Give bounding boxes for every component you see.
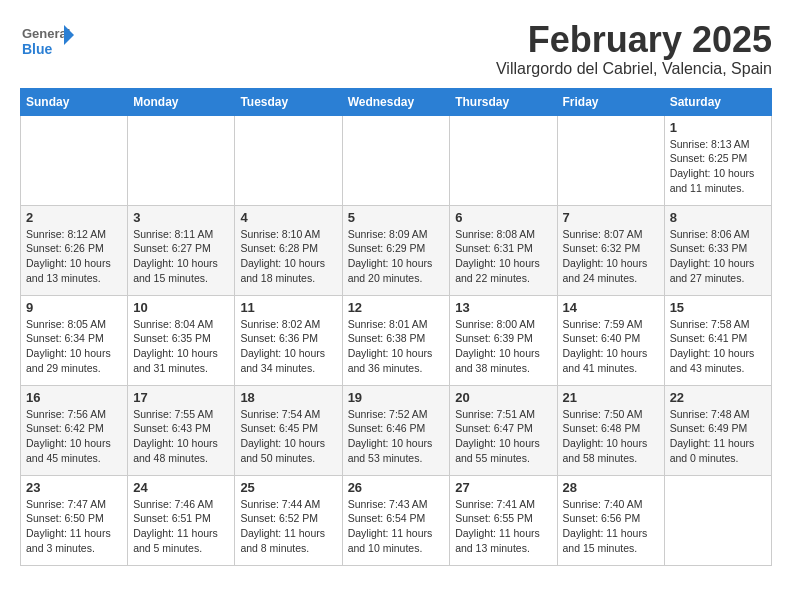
day-number: 9 bbox=[26, 300, 122, 315]
day-info: Sunrise: 8:13 AMSunset: 6:25 PMDaylight:… bbox=[670, 137, 766, 196]
day-number: 2 bbox=[26, 210, 122, 225]
logo-icon: General Blue bbox=[20, 20, 70, 60]
calendar-cell: 15Sunrise: 7:58 AMSunset: 6:41 PMDayligh… bbox=[664, 295, 771, 385]
calendar-cell bbox=[235, 115, 342, 205]
day-number: 20 bbox=[455, 390, 551, 405]
day-info: Sunrise: 7:46 AMSunset: 6:51 PMDaylight:… bbox=[133, 497, 229, 556]
calendar-cell: 13Sunrise: 8:00 AMSunset: 6:39 PMDayligh… bbox=[450, 295, 557, 385]
calendar-cell bbox=[128, 115, 235, 205]
day-number: 27 bbox=[455, 480, 551, 495]
day-number: 21 bbox=[563, 390, 659, 405]
day-info: Sunrise: 8:12 AMSunset: 6:26 PMDaylight:… bbox=[26, 227, 122, 286]
day-number: 16 bbox=[26, 390, 122, 405]
calendar-cell: 10Sunrise: 8:04 AMSunset: 6:35 PMDayligh… bbox=[128, 295, 235, 385]
day-number: 25 bbox=[240, 480, 336, 495]
week-row-1: 1Sunrise: 8:13 AMSunset: 6:25 PMDaylight… bbox=[21, 115, 772, 205]
calendar-cell: 9Sunrise: 8:05 AMSunset: 6:34 PMDaylight… bbox=[21, 295, 128, 385]
day-number: 15 bbox=[670, 300, 766, 315]
day-info: Sunrise: 7:47 AMSunset: 6:50 PMDaylight:… bbox=[26, 497, 122, 556]
day-info: Sunrise: 7:55 AMSunset: 6:43 PMDaylight:… bbox=[133, 407, 229, 466]
calendar-cell: 3Sunrise: 8:11 AMSunset: 6:27 PMDaylight… bbox=[128, 205, 235, 295]
day-number: 8 bbox=[670, 210, 766, 225]
day-info: Sunrise: 7:40 AMSunset: 6:56 PMDaylight:… bbox=[563, 497, 659, 556]
day-info: Sunrise: 8:00 AMSunset: 6:39 PMDaylight:… bbox=[455, 317, 551, 376]
title-area: February 2025 Villargordo del Cabriel, V… bbox=[496, 20, 772, 78]
day-info: Sunrise: 7:48 AMSunset: 6:49 PMDaylight:… bbox=[670, 407, 766, 466]
calendar-cell: 18Sunrise: 7:54 AMSunset: 6:45 PMDayligh… bbox=[235, 385, 342, 475]
calendar-cell: 19Sunrise: 7:52 AMSunset: 6:46 PMDayligh… bbox=[342, 385, 450, 475]
day-number: 26 bbox=[348, 480, 445, 495]
calendar-table: SundayMondayTuesdayWednesdayThursdayFrid… bbox=[20, 88, 772, 566]
calendar-cell: 20Sunrise: 7:51 AMSunset: 6:47 PMDayligh… bbox=[450, 385, 557, 475]
calendar-cell: 17Sunrise: 7:55 AMSunset: 6:43 PMDayligh… bbox=[128, 385, 235, 475]
week-row-4: 16Sunrise: 7:56 AMSunset: 6:42 PMDayligh… bbox=[21, 385, 772, 475]
calendar-cell bbox=[21, 115, 128, 205]
weekday-header-sunday: Sunday bbox=[21, 88, 128, 115]
weekday-header-wednesday: Wednesday bbox=[342, 88, 450, 115]
calendar-cell: 23Sunrise: 7:47 AMSunset: 6:50 PMDayligh… bbox=[21, 475, 128, 565]
day-info: Sunrise: 7:51 AMSunset: 6:47 PMDaylight:… bbox=[455, 407, 551, 466]
calendar-cell: 12Sunrise: 8:01 AMSunset: 6:38 PMDayligh… bbox=[342, 295, 450, 385]
location-title: Villargordo del Cabriel, Valencia, Spain bbox=[496, 60, 772, 78]
calendar-cell: 7Sunrise: 8:07 AMSunset: 6:32 PMDaylight… bbox=[557, 205, 664, 295]
logo: General Blue bbox=[20, 20, 74, 60]
weekday-header-saturday: Saturday bbox=[664, 88, 771, 115]
day-number: 7 bbox=[563, 210, 659, 225]
weekday-header-monday: Monday bbox=[128, 88, 235, 115]
day-info: Sunrise: 7:58 AMSunset: 6:41 PMDaylight:… bbox=[670, 317, 766, 376]
day-number: 4 bbox=[240, 210, 336, 225]
calendar-cell: 8Sunrise: 8:06 AMSunset: 6:33 PMDaylight… bbox=[664, 205, 771, 295]
day-number: 11 bbox=[240, 300, 336, 315]
day-info: Sunrise: 8:10 AMSunset: 6:28 PMDaylight:… bbox=[240, 227, 336, 286]
svg-text:General: General bbox=[22, 26, 70, 41]
svg-text:Blue: Blue bbox=[22, 41, 53, 57]
day-info: Sunrise: 7:56 AMSunset: 6:42 PMDaylight:… bbox=[26, 407, 122, 466]
day-info: Sunrise: 7:59 AMSunset: 6:40 PMDaylight:… bbox=[563, 317, 659, 376]
week-row-2: 2Sunrise: 8:12 AMSunset: 6:26 PMDaylight… bbox=[21, 205, 772, 295]
weekday-header-friday: Friday bbox=[557, 88, 664, 115]
month-title: February 2025 bbox=[496, 20, 772, 60]
day-info: Sunrise: 7:41 AMSunset: 6:55 PMDaylight:… bbox=[455, 497, 551, 556]
calendar-cell bbox=[557, 115, 664, 205]
day-info: Sunrise: 7:50 AMSunset: 6:48 PMDaylight:… bbox=[563, 407, 659, 466]
day-info: Sunrise: 7:54 AMSunset: 6:45 PMDaylight:… bbox=[240, 407, 336, 466]
day-info: Sunrise: 8:06 AMSunset: 6:33 PMDaylight:… bbox=[670, 227, 766, 286]
calendar-cell: 16Sunrise: 7:56 AMSunset: 6:42 PMDayligh… bbox=[21, 385, 128, 475]
day-info: Sunrise: 7:44 AMSunset: 6:52 PMDaylight:… bbox=[240, 497, 336, 556]
calendar-cell: 24Sunrise: 7:46 AMSunset: 6:51 PMDayligh… bbox=[128, 475, 235, 565]
day-number: 5 bbox=[348, 210, 445, 225]
weekday-header-row: SundayMondayTuesdayWednesdayThursdayFrid… bbox=[21, 88, 772, 115]
day-number: 23 bbox=[26, 480, 122, 495]
day-info: Sunrise: 8:09 AMSunset: 6:29 PMDaylight:… bbox=[348, 227, 445, 286]
calendar-cell: 5Sunrise: 8:09 AMSunset: 6:29 PMDaylight… bbox=[342, 205, 450, 295]
calendar-cell bbox=[664, 475, 771, 565]
day-number: 1 bbox=[670, 120, 766, 135]
day-info: Sunrise: 7:52 AMSunset: 6:46 PMDaylight:… bbox=[348, 407, 445, 466]
calendar-cell: 2Sunrise: 8:12 AMSunset: 6:26 PMDaylight… bbox=[21, 205, 128, 295]
day-number: 19 bbox=[348, 390, 445, 405]
day-number: 24 bbox=[133, 480, 229, 495]
day-info: Sunrise: 8:02 AMSunset: 6:36 PMDaylight:… bbox=[240, 317, 336, 376]
calendar-cell: 21Sunrise: 7:50 AMSunset: 6:48 PMDayligh… bbox=[557, 385, 664, 475]
calendar-cell: 11Sunrise: 8:02 AMSunset: 6:36 PMDayligh… bbox=[235, 295, 342, 385]
day-number: 22 bbox=[670, 390, 766, 405]
calendar-cell: 27Sunrise: 7:41 AMSunset: 6:55 PMDayligh… bbox=[450, 475, 557, 565]
day-number: 17 bbox=[133, 390, 229, 405]
day-number: 3 bbox=[133, 210, 229, 225]
calendar-cell: 6Sunrise: 8:08 AMSunset: 6:31 PMDaylight… bbox=[450, 205, 557, 295]
calendar-cell: 14Sunrise: 7:59 AMSunset: 6:40 PMDayligh… bbox=[557, 295, 664, 385]
calendar-cell: 25Sunrise: 7:44 AMSunset: 6:52 PMDayligh… bbox=[235, 475, 342, 565]
calendar-cell bbox=[450, 115, 557, 205]
day-info: Sunrise: 8:01 AMSunset: 6:38 PMDaylight:… bbox=[348, 317, 445, 376]
day-number: 18 bbox=[240, 390, 336, 405]
week-row-3: 9Sunrise: 8:05 AMSunset: 6:34 PMDaylight… bbox=[21, 295, 772, 385]
calendar-cell: 28Sunrise: 7:40 AMSunset: 6:56 PMDayligh… bbox=[557, 475, 664, 565]
calendar-cell: 26Sunrise: 7:43 AMSunset: 6:54 PMDayligh… bbox=[342, 475, 450, 565]
day-number: 14 bbox=[563, 300, 659, 315]
week-row-5: 23Sunrise: 7:47 AMSunset: 6:50 PMDayligh… bbox=[21, 475, 772, 565]
day-info: Sunrise: 8:08 AMSunset: 6:31 PMDaylight:… bbox=[455, 227, 551, 286]
day-number: 10 bbox=[133, 300, 229, 315]
day-number: 13 bbox=[455, 300, 551, 315]
day-info: Sunrise: 8:04 AMSunset: 6:35 PMDaylight:… bbox=[133, 317, 229, 376]
day-info: Sunrise: 7:43 AMSunset: 6:54 PMDaylight:… bbox=[348, 497, 445, 556]
